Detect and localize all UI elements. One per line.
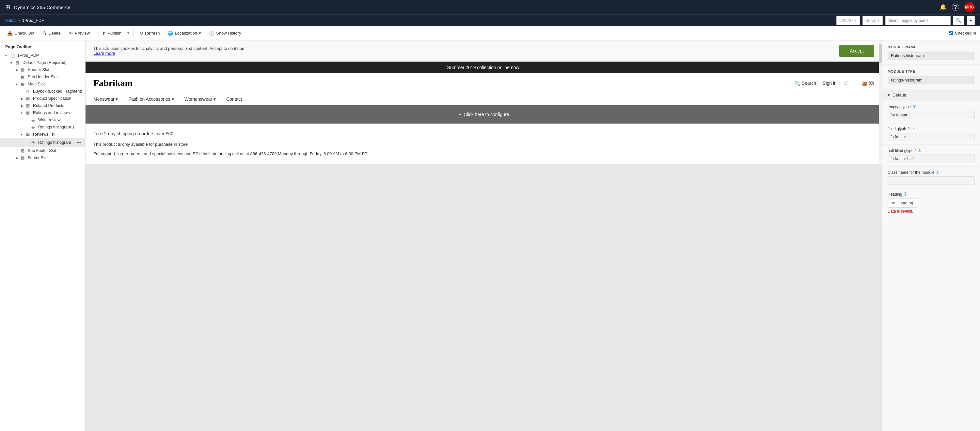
preview-button[interactable]: 👁 Preview bbox=[65, 29, 93, 38]
module-icon: ◎ bbox=[31, 125, 37, 130]
language-dropdown[interactable]: en-us ▾ bbox=[862, 16, 883, 25]
sidebar-item-1prod-pdp[interactable]: ▾ 📄 1Prod_PDP bbox=[0, 52, 85, 59]
heading-button[interactable]: ✏ Heading bbox=[888, 198, 917, 208]
module-name-section: MODULE NAME bbox=[882, 40, 980, 65]
sidebar-item-ratings-histogram-1[interactable]: ◎ Ratings histogram 1 bbox=[0, 124, 85, 131]
nav-menswear[interactable]: Menswear ▾ bbox=[93, 97, 118, 102]
grid-icon[interactable]: ⊞ bbox=[5, 3, 10, 11]
filled-glyph-input[interactable] bbox=[888, 133, 975, 141]
half-filled-glyph-row: half filled glyph * ⓘ bbox=[882, 145, 980, 166]
sidebar-item-sub-footer-slot[interactable]: ▦ Sub Footer Slot bbox=[0, 147, 85, 154]
container-icon: ▦ bbox=[26, 96, 32, 101]
heading-label: Heading ⓘ bbox=[888, 192, 975, 196]
sidebar-item-default-page[interactable]: ▾ ▦ Default Page (Required) bbox=[0, 59, 85, 66]
info-icon[interactable]: ⓘ bbox=[913, 104, 916, 109]
nav-contact[interactable]: Contact bbox=[226, 97, 242, 102]
tree-label: Main Slot bbox=[28, 82, 83, 86]
toolbar-divider-2 bbox=[133, 29, 134, 37]
checkout-button[interactable]: 📤 Check Out bbox=[4, 29, 38, 38]
configure-area[interactable]: ✂ Click here to configure bbox=[86, 105, 882, 124]
sidebar-item-buybox[interactable]: ◎ Buybox (Locked Fragment) bbox=[0, 88, 85, 95]
half-filled-glyph-label: half filled glyph * ⓘ bbox=[888, 148, 975, 153]
module-name-input[interactable] bbox=[888, 52, 975, 60]
sidebar-item-main-slot[interactable]: ▾ ▦ Main Slot bbox=[0, 81, 85, 88]
top-nav-bar: ⊞ Dynamics 365 Commerce 🔔 ? MRG bbox=[0, 0, 980, 14]
sidebar-item-ratings-histogram[interactable]: ◎ Ratings histogram ••• bbox=[0, 138, 85, 147]
tree-label: Sub Header Slot bbox=[28, 74, 83, 79]
breadcrumb-current: 1Prod_PDP bbox=[22, 18, 45, 23]
publish-button[interactable]: ⬆ Publish bbox=[99, 29, 125, 38]
cart-icon[interactable]: 👜 (0) bbox=[862, 81, 874, 86]
help-icon[interactable]: ? bbox=[952, 3, 959, 11]
class-name-label: Class name for the module ⓘ bbox=[888, 170, 975, 175]
nav-divider bbox=[855, 79, 855, 87]
nav-womenswear[interactable]: Womenswear ▾ bbox=[185, 97, 216, 102]
store-nav-icons: 🔍 Search Sign in ♡ 👜 (0) bbox=[795, 79, 874, 87]
sidebar-item-header-slot[interactable]: ▶ ▦ Header Slot bbox=[0, 66, 85, 73]
avatar[interactable]: MRG bbox=[964, 2, 975, 13]
store-header: Fabrikam 🔍 Search Sign in ♡ 👜 (0) bbox=[86, 73, 882, 93]
tree-label: Related Products bbox=[33, 103, 83, 108]
checked-in-checkbox[interactable] bbox=[949, 31, 953, 35]
info-icon[interactable]: ⓘ bbox=[935, 170, 939, 175]
nav-fashion-accessories[interactable]: Fashion Accessories ▾ bbox=[128, 97, 174, 102]
heading-row: Heading ⓘ ✏ Heading Data is invalid. bbox=[882, 189, 980, 217]
publish-dropdown-arrow[interactable]: ▾ bbox=[126, 29, 130, 37]
learn-more-link[interactable]: Learn more bbox=[93, 51, 115, 56]
sidebar-item-footer-slot[interactable]: ▶ ▦ Footer Slot bbox=[0, 154, 85, 162]
chevron-icon: ▾ bbox=[16, 82, 21, 86]
preview-wrapper: This site uses cookies for analytics and… bbox=[86, 40, 882, 164]
default-section-header: ▾ Default bbox=[882, 89, 980, 101]
signin-label[interactable]: Sign in bbox=[822, 81, 837, 86]
sidebar-item-sub-header-slot[interactable]: ▦ Sub Header Slot bbox=[0, 73, 85, 81]
search-dropdown-arrow[interactable]: ▾ bbox=[967, 16, 975, 25]
tree-label: Ratings histogram 1 bbox=[38, 125, 83, 130]
page-search-button[interactable]: 🔍 bbox=[953, 16, 964, 25]
sidebar-item-reviews-list[interactable]: ▾ ▦ Reviews list bbox=[0, 131, 85, 138]
tree-label: Buybox (Locked Fragment) bbox=[33, 89, 83, 93]
scrollbar-thumb[interactable] bbox=[879, 44, 882, 63]
container-icon: ▦ bbox=[21, 68, 27, 72]
bell-icon[interactable]: 🔔 bbox=[940, 3, 947, 11]
class-name-input[interactable] bbox=[888, 176, 975, 185]
module-icon: ◎ bbox=[31, 118, 37, 122]
breadcrumb-separator: > bbox=[18, 18, 20, 23]
container-icon: ▦ bbox=[21, 82, 27, 86]
toolbar-divider-1 bbox=[95, 29, 96, 37]
scrollbar-track[interactable] bbox=[879, 40, 882, 164]
info-icon[interactable]: ⓘ bbox=[904, 192, 907, 196]
empty-glyph-row: empty glyph * ⓘ bbox=[882, 101, 980, 123]
refresh-button[interactable]: ↻ Refresh bbox=[136, 29, 163, 38]
cookie-banner: This site uses cookies for analytics and… bbox=[86, 40, 882, 62]
half-filled-glyph-input[interactable] bbox=[888, 155, 975, 163]
page-search-input[interactable] bbox=[885, 16, 951, 25]
accept-button[interactable]: Accept bbox=[839, 45, 874, 57]
empty-glyph-input[interactable] bbox=[888, 111, 975, 119]
search-label[interactable]: 🔍 Search bbox=[795, 81, 816, 86]
required-marker: * bbox=[915, 148, 916, 153]
collapse-icon: ▾ bbox=[888, 93, 890, 97]
tree-label: Write review bbox=[38, 118, 83, 122]
publish-icon: ⬆ bbox=[102, 31, 106, 36]
required-marker: * bbox=[910, 105, 912, 109]
show-history-button[interactable]: 🕐 Show History bbox=[206, 29, 245, 38]
info-icon[interactable]: ⓘ bbox=[910, 126, 914, 131]
chevron-icon: ▶ bbox=[16, 156, 21, 160]
module-name-label: MODULE NAME bbox=[888, 45, 975, 49]
localization-button[interactable]: 🌐 Localization ▾ bbox=[164, 29, 204, 38]
delete-button[interactable]: 🗑 Delete bbox=[39, 29, 64, 38]
sidebar-item-product-spec[interactable]: ▶ ▦ Product Specification bbox=[0, 95, 85, 102]
item-options-button[interactable]: ••• bbox=[75, 139, 83, 146]
container-icon: ▦ bbox=[21, 74, 27, 79]
store-number-dropdown[interactable]: 000037 ▾ bbox=[836, 16, 860, 25]
required-marker: * bbox=[908, 127, 909, 131]
sidebar-item-related-products[interactable]: ▶ ▦ Related Products bbox=[0, 102, 85, 109]
refresh-icon: ↻ bbox=[139, 31, 143, 36]
wishlist-icon[interactable]: ♡ bbox=[843, 79, 848, 87]
info-icon[interactable]: ⓘ bbox=[918, 148, 921, 153]
sidebar-item-write-review[interactable]: ◎ Write review bbox=[0, 116, 85, 124]
sidebar-item-ratings-reviews[interactable]: ▾ ▦ Ratings and reviews bbox=[0, 109, 85, 116]
search-icon: 🔍 bbox=[795, 81, 800, 86]
bag-icon: 👜 bbox=[862, 81, 867, 86]
breadcrumb-link[interactable]: fedev bbox=[5, 18, 16, 23]
